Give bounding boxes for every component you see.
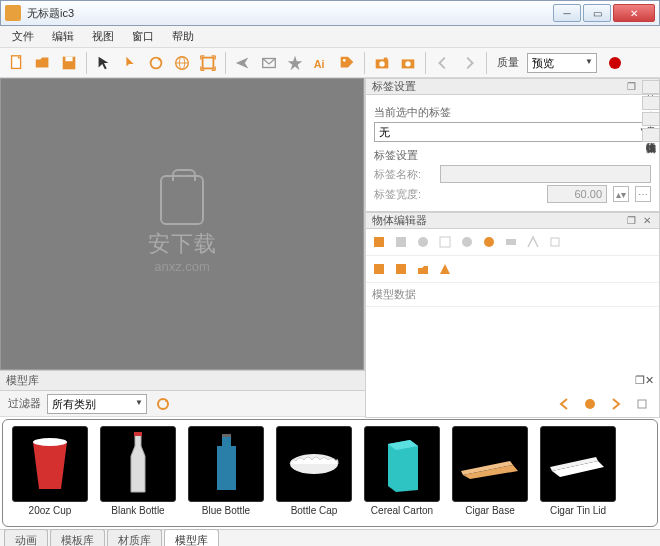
undock-icon-2[interactable]: ❐ <box>625 215 637 227</box>
vtab-effect[interactable]: 效果 <box>642 112 660 126</box>
vtab-obj[interactable]: 物体编辑器 <box>642 128 660 142</box>
tag-button[interactable] <box>336 52 358 74</box>
obj-btn-5[interactable] <box>458 233 476 251</box>
vtab-tag[interactable]: 标签设置 <box>642 80 660 94</box>
tab-animation[interactable]: 动画 <box>4 529 48 546</box>
model-data-label: 模型数据 <box>366 283 659 307</box>
obj-btn-13[interactable] <box>436 260 454 278</box>
undock-icon[interactable]: ❐ <box>625 81 637 93</box>
model-lib-filter-bar: 过滤器 所有类别 <box>0 391 660 417</box>
model-items-strip[interactable]: 20oz Cup Blank Bottle Blue Bottle Bottle… <box>2 419 658 527</box>
menu-view[interactable]: 视图 <box>84 27 122 46</box>
svg-rect-16 <box>374 237 384 247</box>
tab-material-lib[interactable]: 材质库 <box>107 529 162 546</box>
tab-model-lib[interactable]: 模型库 <box>164 529 219 546</box>
minimize-button[interactable]: ─ <box>553 4 581 22</box>
obj-btn-4[interactable] <box>436 233 454 251</box>
svg-point-12 <box>379 61 384 66</box>
svg-point-15 <box>405 61 410 66</box>
obj-btn-3[interactable] <box>414 233 432 251</box>
close-panel-icon-2[interactable]: ✕ <box>641 215 653 227</box>
obj-toolbar-row1 <box>366 229 659 256</box>
record-indicator[interactable] <box>609 57 621 69</box>
model-item[interactable]: Blank Bottle <box>99 426 177 520</box>
star-button[interactable] <box>284 52 306 74</box>
camera2-button[interactable] <box>397 52 419 74</box>
model-item[interactable]: 20oz Cup <box>11 426 89 520</box>
menu-window[interactable]: 窗口 <box>124 27 162 46</box>
cursor-tool[interactable] <box>119 52 141 74</box>
svg-rect-22 <box>506 239 516 245</box>
obj-panel-title: 物体编辑器 <box>372 213 427 228</box>
tag-width-label: 标签宽度: <box>374 187 434 202</box>
tab-template-lib[interactable]: 模板库 <box>50 529 105 546</box>
obj-btn-9[interactable] <box>546 233 564 251</box>
open-button[interactable] <box>32 52 54 74</box>
side-panels: 标签设置 ❐ ✕ 当前选中的标签 无 标签设置 标签名称: 标签宽度: ▴▾ ⋯… <box>364 78 660 370</box>
filter-label: 过滤器 <box>8 396 41 411</box>
svg-rect-23 <box>551 238 559 246</box>
frame-tool[interactable] <box>197 52 219 74</box>
obj-btn-11[interactable] <box>392 260 410 278</box>
rotate-tool[interactable] <box>145 52 167 74</box>
obj-toolbar-row2 <box>366 256 659 283</box>
forward-button[interactable] <box>458 52 480 74</box>
svg-point-10 <box>343 58 346 61</box>
pointer-tool[interactable] <box>93 52 115 74</box>
app-icon <box>5 5 21 21</box>
filter-select[interactable]: 所有类别 <box>47 394 147 414</box>
obj-btn-2[interactable] <box>392 233 410 251</box>
back-button[interactable] <box>432 52 454 74</box>
svg-rect-24 <box>374 264 384 274</box>
svg-rect-19 <box>440 237 450 247</box>
menu-edit[interactable]: 编辑 <box>44 27 82 46</box>
model-item[interactable]: Cereal Carton <box>363 426 441 520</box>
quality-select[interactable]: 预览 <box>527 53 597 73</box>
obj-btn-6[interactable] <box>480 233 498 251</box>
nav-up[interactable] <box>580 394 600 414</box>
save-button[interactable] <box>58 52 80 74</box>
obj-btn-7[interactable] <box>502 233 520 251</box>
nav-prev[interactable] <box>554 394 574 414</box>
tag-settings-label: 标签设置 <box>374 148 651 163</box>
3d-viewport[interactable]: 安下载 anxz.com <box>0 78 364 370</box>
camera-button[interactable] <box>371 52 393 74</box>
close-button[interactable]: ✕ <box>613 4 655 22</box>
width-extra[interactable]: ⋯ <box>635 186 651 202</box>
tag-panel-header[interactable]: 标签设置 ❐ ✕ <box>365 78 660 95</box>
model-item[interactable]: Blue Bottle <box>187 426 265 520</box>
tag-width-input[interactable] <box>547 185 607 203</box>
new-button[interactable] <box>6 52 28 74</box>
model-item[interactable]: Cigar Base <box>451 426 529 520</box>
obj-btn-8[interactable] <box>524 233 542 251</box>
mail-button[interactable] <box>258 52 280 74</box>
menu-file[interactable]: 文件 <box>4 27 42 46</box>
obj-panel-header[interactable]: 物体编辑器 ❐ ✕ <box>365 212 660 229</box>
svg-point-21 <box>484 237 494 247</box>
maximize-button[interactable]: ▭ <box>583 4 611 22</box>
close-panel-icon-3[interactable]: ✕ <box>645 374 654 387</box>
menubar: 文件 编辑 视图 窗口 帮助 <box>0 26 660 48</box>
globe-tool[interactable] <box>171 52 193 74</box>
width-stepper[interactable]: ▴▾ <box>613 186 629 202</box>
nav-more[interactable] <box>632 394 652 414</box>
menu-help[interactable]: 帮助 <box>164 27 202 46</box>
tag-name-input[interactable] <box>440 165 651 183</box>
obj-btn-1[interactable] <box>370 233 388 251</box>
obj-btn-10[interactable] <box>370 260 388 278</box>
model-item[interactable]: Bottle Cap <box>275 426 353 520</box>
svg-rect-7 <box>203 57 214 68</box>
nav-next[interactable] <box>606 394 626 414</box>
svg-rect-25 <box>396 264 406 274</box>
send-button[interactable] <box>232 52 254 74</box>
svg-rect-31 <box>217 446 236 490</box>
vtab-light[interactable]: 灯光 <box>642 96 660 110</box>
model-item[interactable]: Cigar Tin Lid <box>539 426 617 520</box>
ai-button[interactable]: Ai <box>310 52 332 74</box>
obj-btn-12[interactable] <box>414 260 432 278</box>
svg-point-20 <box>462 237 472 247</box>
watermark: 安下载 anxz.com <box>148 175 217 274</box>
current-tag-select[interactable]: 无 <box>374 122 651 142</box>
undock-icon-3[interactable]: ❐ <box>635 374 645 387</box>
filter-refresh[interactable] <box>153 394 173 414</box>
